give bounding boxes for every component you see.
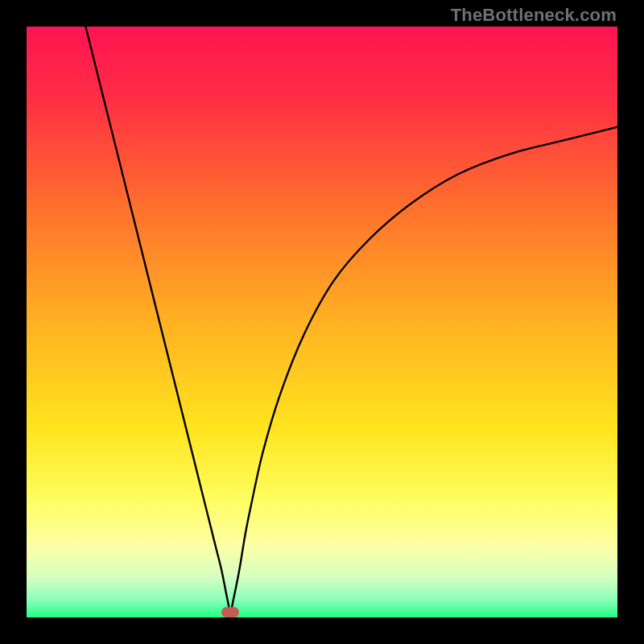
watermark-text: TheBottleneck.com (451, 5, 617, 26)
chart-curve (27, 27, 617, 617)
plot-area (27, 27, 617, 617)
optimum-marker-icon (221, 607, 239, 617)
chart-frame: { "watermark": "TheBottleneck.com", "col… (0, 0, 644, 644)
